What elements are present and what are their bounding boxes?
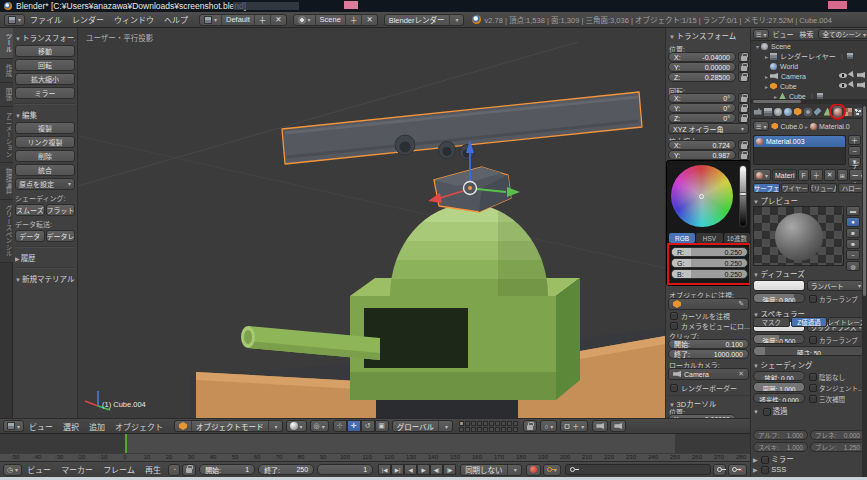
topbar-menu-item[interactable]: レンダー [67,16,109,25]
properties-tab-modifiers-icon[interactable] [813,106,822,118]
rotation-field[interactable]: Z:0° [668,113,736,123]
panel-header-new-material[interactable]: ▼新規マテリアル [15,273,75,284]
delete-layout-button[interactable]: ✕ [271,15,285,25]
layer-toggle[interactable] [459,427,464,432]
layer-toggle[interactable] [471,427,476,432]
lock-camera-checkbox[interactable]: カメラをビューにロ... [670,321,750,331]
transparency-field[interactable]: スペキ:1.000 [753,442,808,452]
next-keyframe-icon[interactable]: |▶ [443,464,456,475]
scrollbar-thumb[interactable] [863,106,866,296]
outliner-menu-item[interactable]: 検索 [796,31,816,38]
auto-keyframe-button[interactable] [526,464,541,476]
timeline-menu-item[interactable]: フレーム [98,466,140,475]
unlink-material-button[interactable]: ✕ [824,169,836,181]
outliner-row[interactable]: ▾Scene [751,41,867,51]
insert-keyframe-button[interactable] [713,464,726,476]
panel-header-transform[interactable]: ▼トランスフォーム [15,32,75,43]
fake-user-button[interactable]: F [798,169,808,181]
tool-button[interactable]: 削除 [15,150,75,162]
panel-header-shading[interactable]: ▼ シェーディング [753,359,813,370]
topbar-menu-item[interactable]: ヘルプ [159,16,193,25]
editor-type-button[interactable]: ▾ [4,14,25,26]
location-field[interactable]: Y:0.00000 [668,62,736,72]
checkbox-icon[interactable] [670,312,678,320]
active-keying-set-field[interactable] [565,464,711,475]
auto-key-mode-dropdown[interactable]: ▾ [543,464,561,476]
play-icon[interactable]: ▶ [417,464,430,475]
lock-toggle[interactable] [738,62,749,72]
panel-header-edit[interactable]: ▼編集 [15,109,75,120]
jump-to-end-icon[interactable]: ▶| [391,464,404,475]
mirror-checkbox[interactable] [761,456,769,464]
jump-to-start-icon[interactable]: |◀ [378,464,391,475]
specular-ramp-checkbox[interactable]: カラーランプ [809,335,858,345]
transparency-tab-マスク[interactable]: マスク [753,317,790,327]
timeline-menu-item[interactable]: 再生 [140,466,166,475]
outliner-row[interactable]: ▸Cube [751,81,867,91]
camera-render-icon[interactable] [857,82,865,88]
scale-field[interactable]: X:0.724 [668,140,736,150]
shading-button[interactable]: フラット [46,204,76,216]
outliner-menu-item[interactable]: ビュー [769,31,796,38]
rotation-field[interactable]: Y:0° [668,103,736,113]
timeline-menu-item[interactable]: マーカー [56,466,98,475]
viewport-shading-dropdown[interactable]: ▾ [286,420,307,432]
delete-scene-button[interactable]: ✕ [362,15,376,25]
add-slot-button[interactable]: ＋ [848,135,861,145]
specular-intensity-slider[interactable]: 強度: 0.500 [753,334,805,344]
pointer-icon[interactable] [848,81,856,89]
pointer-icon[interactable] [848,71,856,79]
delete-keyframe-button[interactable]: ✕ [728,464,747,476]
lock-toggle[interactable] [738,72,749,82]
orientation-value[interactable]: グローバル [393,421,439,431]
transparency-field[interactable]: アルフ:1.000 [753,430,808,440]
disclosure-triangle-icon[interactable]: ▸ [763,83,770,90]
panel-header-transform[interactable]: ▼ トランスフォーム [669,30,736,41]
layer-toggle[interactable] [507,421,512,426]
toolshelf-tab-グリースペンシル[interactable]: グリースペンシル [0,200,13,263]
layer-toggle[interactable] [489,427,494,432]
toolshelf-tab-アニメーション[interactable]: アニメーション [0,107,13,164]
proportional-edit-dropdown[interactable]: ○▾ [540,420,557,432]
browse-material-button[interactable]: ▾ [753,169,771,181]
disclosure-triangle-icon[interactable]: ▾ [754,43,761,50]
nodes-button[interactable]: ⊞ [837,169,848,181]
timeline-menu-item[interactable]: ビュー [22,466,56,475]
checkbox-icon[interactable] [809,384,817,392]
editor-type-button[interactable]: ▾ [3,420,24,432]
layer-toggle[interactable] [465,427,470,432]
transparency-tab-Z値透過[interactable]: Z値透過 [791,317,828,327]
diffuse-shader-dropdown[interactable]: ランバート▾ [807,280,865,291]
rotation-field[interactable]: X:0° [668,93,736,103]
scene-selector[interactable]: ▾ Scene ＋ ✕ [293,14,378,26]
current-frame-field[interactable]: 1 [317,464,373,475]
layer-toggle[interactable] [459,421,464,426]
layer-toggle[interactable] [477,427,482,432]
properties-tab-object-icon[interactable] [793,106,802,118]
sync-value[interactable]: 同期しない [461,465,508,475]
lock-toggle[interactable] [738,52,749,62]
tool-button[interactable]: リンク複製 [15,136,75,148]
outliner-row[interactable]: ▸レンダーレイヤー｜ [751,51,867,61]
properties-tab-world-icon[interactable] [783,106,792,118]
eye-icon[interactable] [839,83,847,88]
location-field[interactable]: X:-0.04000 [668,52,736,62]
disclosure-triangle-icon[interactable]: ▸ [763,53,770,60]
editor-type-button[interactable]: ☰▾ [753,121,769,131]
diffuse-color-swatch[interactable] [753,280,805,291]
outliner-item-label[interactable]: World [780,63,798,70]
layer-toggle[interactable] [501,421,506,426]
panel-header-preview[interactable]: ▼ プレビュー [753,195,798,206]
tank-model[interactable] [190,198,665,418]
toolshelf-tab-ツール[interactable]: ツール [0,28,13,59]
layer-toggle[interactable] [465,421,470,426]
remove-slot-button[interactable]: − [848,146,861,156]
mode-value[interactable]: オブジェクトモード [192,421,269,431]
layer-toggle[interactable] [483,427,488,432]
properties-tab-scene-icon[interactable] [773,106,782,118]
toolshelf-tab-関係[interactable]: 関係 [0,83,13,107]
transparency-field[interactable]: フレネ:0.000 [810,430,865,440]
editor-type-button[interactable]: ☰▾ [753,29,769,39]
tool-button[interactable]: 統合 [15,164,75,176]
shading-slider[interactable]: 透光性: 0.000 [753,393,805,403]
